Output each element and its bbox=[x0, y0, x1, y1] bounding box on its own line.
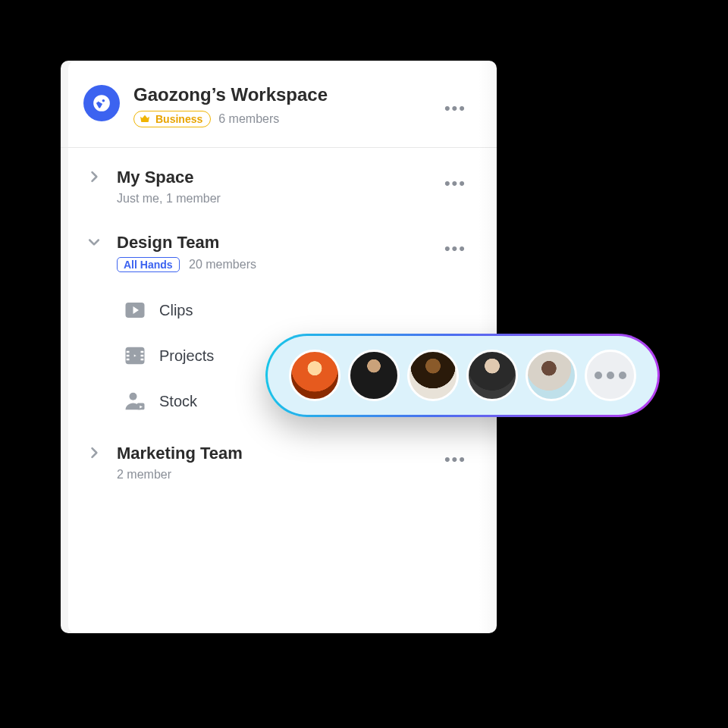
avatar[interactable] bbox=[348, 350, 400, 401]
space-more-icon[interactable]: ••• bbox=[440, 236, 471, 262]
space-title: Marketing Team bbox=[117, 444, 243, 463]
avatar[interactable] bbox=[289, 350, 340, 401]
svg-point-9 bbox=[130, 393, 137, 400]
space-subtitle: 2 member bbox=[117, 468, 243, 482]
space-item-design-team[interactable]: Design Team All Hands 20 members ••• bbox=[83, 213, 474, 280]
folder-label: Projects bbox=[159, 347, 214, 365]
avatar[interactable] bbox=[526, 350, 577, 401]
folder-label: Stock bbox=[159, 393, 197, 410]
space-title: Design Team bbox=[117, 233, 256, 253]
avatar[interactable] bbox=[466, 350, 518, 401]
members-pill[interactable] bbox=[265, 334, 660, 417]
crown-icon bbox=[139, 113, 151, 125]
app-logo-icon bbox=[83, 85, 120, 121]
avatar[interactable] bbox=[407, 350, 459, 401]
chevron-right-icon[interactable] bbox=[83, 445, 105, 460]
space-tag[interactable]: All Hands bbox=[117, 257, 180, 272]
workspace-more-icon[interactable]: ••• bbox=[440, 96, 471, 121]
space-more-icon[interactable]: ••• bbox=[440, 447, 471, 472]
plan-label: Business bbox=[155, 113, 202, 125]
chevron-right-icon[interactable] bbox=[83, 169, 105, 184]
workspace-title: Gaozong’s Workspace bbox=[133, 85, 328, 105]
folder-label: Clips bbox=[159, 302, 193, 319]
space-title: My Space bbox=[117, 168, 221, 187]
members-pill-inner bbox=[268, 336, 657, 415]
person-icon bbox=[123, 389, 147, 413]
space-subtitle: 20 members bbox=[189, 258, 256, 271]
play-icon bbox=[123, 298, 147, 322]
folder-clips[interactable]: Clips bbox=[123, 287, 474, 333]
space-more-icon[interactable]: ••• bbox=[440, 171, 471, 196]
workspace-header[interactable]: Gaozong’s Workspace Business 6 members •… bbox=[61, 61, 497, 148]
chevron-down-icon[interactable] bbox=[83, 234, 105, 249]
film-icon bbox=[123, 344, 147, 368]
avatar-more-icon[interactable] bbox=[585, 350, 636, 401]
space-subtitle: Just me, 1 member bbox=[117, 192, 221, 206]
plan-badge[interactable]: Business bbox=[133, 111, 211, 127]
space-item-my-space[interactable]: My Space Just me, 1 member ••• bbox=[83, 148, 474, 213]
workspace-members: 6 members bbox=[218, 112, 279, 126]
space-item-marketing-team[interactable]: Marketing Team 2 member ••• bbox=[83, 424, 474, 489]
